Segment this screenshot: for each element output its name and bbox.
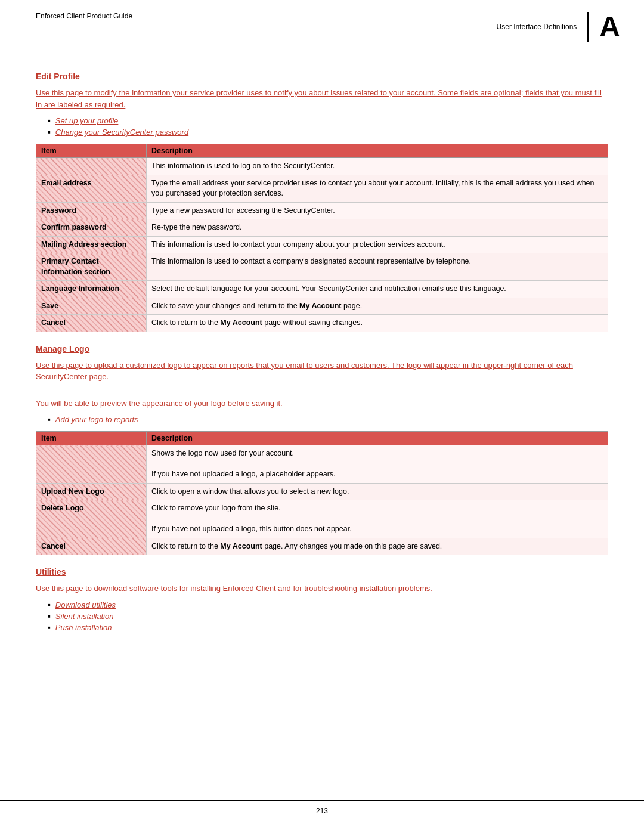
table-row: Upload New Logo Click to open a window t… — [36, 483, 608, 500]
manage-logo-desc2: You will be able to preview the appearan… — [36, 398, 608, 410]
table-cell-item: Language Information — [36, 281, 147, 298]
table-cell-item: Cancel — [36, 315, 147, 332]
table-cell-item: Email address — [36, 175, 147, 202]
page-container: Enforced Client Product Guide User Inter… — [0, 0, 644, 833]
manage-logo-section: Manage Logo Use this page to upload a cu… — [36, 344, 608, 556]
table-cell-desc: Shows the logo now used for your account… — [147, 445, 608, 484]
table-cell-item — [36, 158, 147, 175]
main-content: Edit Profile Use this page to modify the… — [0, 48, 644, 663]
manage-logo-links: Add your logo to reports — [48, 415, 608, 424]
table-cell-desc: Re-type the new password. — [147, 219, 608, 237]
list-item: Add your logo to reports — [48, 415, 608, 424]
list-item: Push installation — [48, 623, 608, 632]
table-cell-desc: This information is used to contact a co… — [147, 253, 608, 281]
chapter-letter: A — [599, 13, 620, 41]
table-cell-desc: Click to remove your logo from the site.… — [147, 500, 608, 538]
edit-profile-section: Edit Profile Use this page to modify the… — [36, 72, 608, 332]
table-row: Confirm password Re-type the new passwor… — [36, 219, 608, 237]
header: Enforced Client Product Guide User Inter… — [0, 0, 644, 48]
list-item: Silent installation — [48, 612, 608, 621]
manage-logo-heading: Manage Logo — [36, 344, 608, 354]
add-logo-link[interactable]: Add your logo to reports — [55, 415, 138, 424]
utilities-section: Utilities Use this page to download soft… — [36, 567, 608, 632]
header-left: Enforced Client Product Guide — [36, 12, 132, 20]
utilities-desc: Use this page to download software tools… — [36, 583, 608, 594]
table-cell-desc: Click to save your changes and return to… — [147, 298, 608, 315]
table-cell-item: Cancel — [36, 538, 147, 555]
table-row: Language Information Select the default … — [36, 281, 608, 298]
table-cell-desc: This information is used to log on to th… — [147, 158, 608, 175]
header-right: User Interface Definitions A — [497, 12, 620, 42]
spacer — [36, 389, 608, 398]
table-row: Shows the logo now used for your account… — [36, 445, 608, 484]
silent-installation-link[interactable]: Silent installation — [55, 612, 114, 621]
table-row: Password Type a new password for accessi… — [36, 202, 608, 219]
table-cell-item — [36, 445, 147, 484]
table-row: Email address Type the email address you… — [36, 175, 608, 202]
edit-profile-desc: Use this page to modify the information … — [36, 87, 608, 110]
manage-logo-table: Item Description Shows the logo now used… — [36, 431, 608, 555]
table-cell-item: Upload New Logo — [36, 483, 147, 500]
table-row: Cancel Click to return to the My Account… — [36, 315, 608, 332]
book-title: Enforced Client Product Guide — [36, 12, 132, 20]
list-item: Set up your profile — [48, 116, 608, 125]
edit-profile-table: Item Description This information is use… — [36, 144, 608, 332]
table-row: Primary Contact Information section This… — [36, 253, 608, 281]
table-cell-item: Delete Logo — [36, 500, 147, 538]
list-item: Change your SecurityCenter password — [48, 128, 608, 137]
table-row: Delete Logo Click to remove your logo fr… — [36, 500, 608, 538]
header-divider — [587, 12, 589, 42]
table-cell-desc: Type the email address your service prov… — [147, 175, 608, 202]
table-row: This information is used to log on to th… — [36, 158, 608, 175]
table-cell-desc: Click to open a window that allows you t… — [147, 483, 608, 500]
setup-profile-link[interactable]: Set up your profile — [55, 116, 119, 125]
table-cell-item: Save — [36, 298, 147, 315]
table-cell-desc: Click to return to the My Account page w… — [147, 315, 608, 332]
table-cell-desc: Type a new password for accessing the Se… — [147, 202, 608, 219]
manage-logo-desc1: Use this page to upload a customized log… — [36, 360, 608, 383]
table-row: Save Click to save your changes and retu… — [36, 298, 608, 315]
change-password-link[interactable]: Change your SecurityCenter password — [55, 128, 188, 137]
table-cell-item: Mailing Address section — [36, 236, 147, 253]
table-cell-item: Confirm password — [36, 219, 147, 237]
table-cell-desc: Click to return to the My Account page. … — [147, 538, 608, 555]
table-cell-item: Password — [36, 202, 147, 219]
table-col2-header: Description — [147, 432, 608, 445]
edit-profile-heading: Edit Profile — [36, 72, 608, 81]
table-cell-item: Primary Contact Information section — [36, 253, 147, 281]
push-installation-link[interactable]: Push installation — [55, 623, 112, 632]
edit-profile-links: Set up your profile Change your Security… — [48, 116, 608, 137]
table-row: Mailing Address section This information… — [36, 236, 608, 253]
table-cell-desc: This information is used to contact your… — [147, 236, 608, 253]
page-number: 213 — [316, 807, 328, 815]
utilities-heading: Utilities — [36, 567, 608, 577]
table-col1-header: Item — [36, 144, 147, 158]
table-col2-header: Description — [147, 144, 608, 158]
utilities-links: Download utilities Silent installation P… — [48, 600, 608, 632]
table-row: Cancel Click to return to the My Account… — [36, 538, 608, 555]
table-cell-desc: Select the default language for your acc… — [147, 281, 608, 298]
table-col1-header: Item — [36, 432, 147, 445]
chapter-title: User Interface Definitions — [497, 23, 577, 31]
list-item: Download utilities — [48, 600, 608, 609]
footer: 213 — [0, 800, 644, 821]
download-utilities-link[interactable]: Download utilities — [55, 600, 116, 609]
